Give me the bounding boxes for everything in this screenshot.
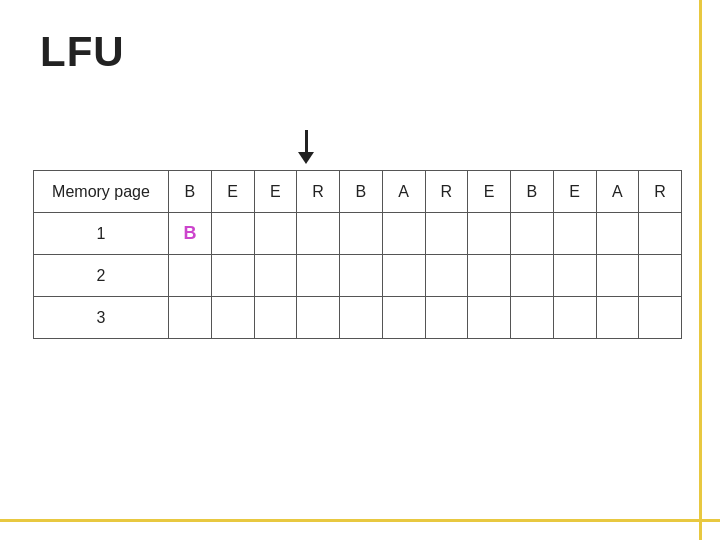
cell-r3-c7 [468, 297, 511, 339]
table-row-3: 3 [34, 297, 682, 339]
cell-r1-c5 [382, 213, 425, 255]
cell-r2-c0 [169, 255, 212, 297]
row-label-3: 3 [34, 297, 169, 339]
seq-cell-11: R [639, 171, 682, 213]
cell-r2-c11 [639, 255, 682, 297]
cell-r2-c5 [382, 255, 425, 297]
cell-r1-c2 [254, 213, 297, 255]
cell-r2-c7 [468, 255, 511, 297]
seq-cell-1: E [211, 171, 254, 213]
cell-r3-c3 [297, 297, 340, 339]
cell-r3-c10 [596, 297, 639, 339]
table-row-2: 2 [34, 255, 682, 297]
cell-r1-c10 [596, 213, 639, 255]
cell-r2-c4 [340, 255, 383, 297]
seq-cell-5: A [382, 171, 425, 213]
cell-r2-c2 [254, 255, 297, 297]
seq-cell-10: A [596, 171, 639, 213]
cell-r3-c6 [425, 297, 468, 339]
seq-cell-2: E [254, 171, 297, 213]
cell-r3-c5 [382, 297, 425, 339]
cell-r1-c9 [553, 213, 596, 255]
seq-cell-8: B [511, 171, 554, 213]
cell-r2-c9 [553, 255, 596, 297]
seq-cell-6: R [425, 171, 468, 213]
cell-r1-c1 [211, 213, 254, 255]
cell-r3-c1 [211, 297, 254, 339]
cell-r3-c9 [553, 297, 596, 339]
cell-r1-c7 [468, 213, 511, 255]
seq-cell-9: E [553, 171, 596, 213]
cell-r1-c4 [340, 213, 383, 255]
cell-r2-c10 [596, 255, 639, 297]
header-label-cell: Memory page [34, 171, 169, 213]
cell-r1-c0: B [169, 213, 212, 255]
seq-cell-4: B [340, 171, 383, 213]
cell-r3-c4 [340, 297, 383, 339]
cell-r1-c6 [425, 213, 468, 255]
down-arrow [298, 130, 314, 164]
cell-r2-c6 [425, 255, 468, 297]
row-label-1: 1 [34, 213, 169, 255]
cell-r2-c3 [297, 255, 340, 297]
cell-r1-c11 [639, 213, 682, 255]
cell-r3-c8 [511, 297, 554, 339]
cell-r3-c2 [254, 297, 297, 339]
cell-r3-c0 [169, 297, 212, 339]
table-row-1: 1B [34, 213, 682, 255]
seq-cell-7: E [468, 171, 511, 213]
slide-title: LFU [40, 28, 125, 76]
slide-border-right [699, 0, 702, 540]
row-label-2: 2 [34, 255, 169, 297]
cell-r1-c3 [297, 213, 340, 255]
cell-r2-c8 [511, 255, 554, 297]
seq-cell-0: B [169, 171, 212, 213]
table-wrapper: Memory page BEERBAREBEAR 1B23 [33, 170, 682, 339]
cell-r3-c11 [639, 297, 682, 339]
seq-cell-3: R [297, 171, 340, 213]
cell-r1-c8 [511, 213, 554, 255]
cell-r2-c1 [211, 255, 254, 297]
